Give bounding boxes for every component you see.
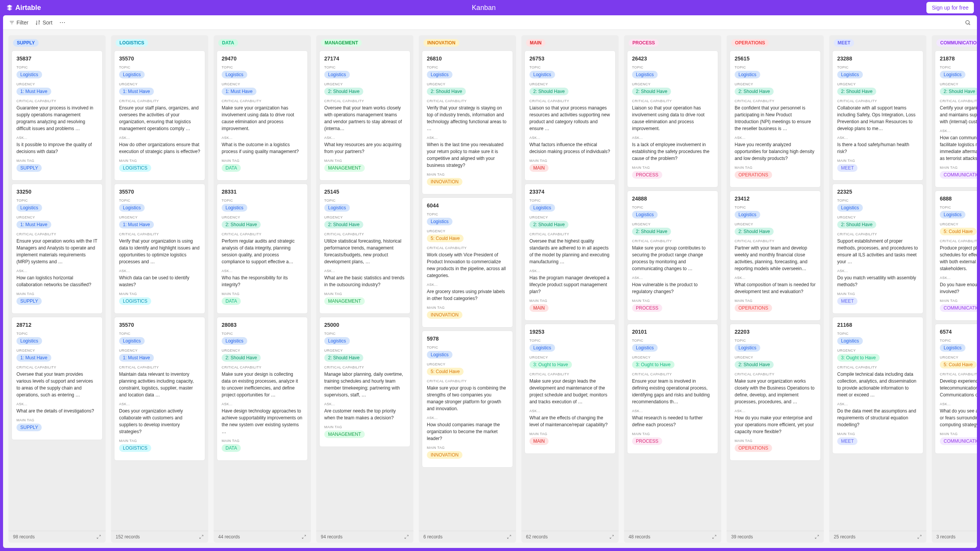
column-footer: 48 records (624, 531, 721, 543)
card[interactable]: 23288TOPICLogisticsURGENCY2: Should Have… (832, 51, 923, 181)
urgency-label: URGENCY (324, 215, 405, 219)
card[interactable]: 25000TOPICLogisticsURGENCY2: Should Have… (319, 317, 410, 447)
card[interactable]: 25145TOPICLogisticsURGENCY2: Should Have… (319, 184, 410, 314)
card[interactable]: 35837TOPICLogisticsURGENCY1: Must HaveCR… (11, 51, 103, 181)
topic-pill: Logistics (427, 218, 452, 225)
expand-icon[interactable] (302, 535, 306, 539)
expand-icon[interactable] (712, 535, 717, 539)
column-label[interactable]: MANAGEMENT (321, 39, 362, 47)
column-body[interactable]: 26810TOPICLogisticsURGENCY2: Should Have… (419, 51, 516, 531)
topic-pill: Logistics (529, 204, 555, 212)
sort-button[interactable]: Sort (35, 20, 52, 26)
critical-text: Make sure your organization has involvem… (222, 104, 303, 132)
filter-label: Filter (16, 20, 28, 26)
card[interactable]: 21168TOPICLogisticsURGENCY3: Ought to Ha… (832, 317, 923, 454)
maintag-label: MAIN TAG (632, 299, 713, 303)
expand-icon[interactable] (404, 535, 409, 539)
column-body[interactable]: 27174TOPICLogisticsURGENCY2: Should Have… (316, 51, 413, 531)
card[interactable]: 29470TOPICLogisticsURGENCY1: Must HaveCR… (217, 51, 308, 181)
search-icon[interactable] (965, 20, 971, 26)
urgency-label: URGENCY (837, 349, 918, 352)
more-button[interactable]: ⋯ (59, 19, 65, 26)
critical-label: CRITICAL CAPABILITY (940, 239, 977, 243)
card[interactable]: 28331TOPICLogisticsURGENCY2: Should Have… (217, 184, 308, 314)
topic-label: TOPIC (222, 65, 303, 69)
maintag-label: MAIN TAG (222, 292, 303, 296)
card[interactable]: 35570TOPICLogisticsURGENCY1: Must HaveCR… (114, 317, 205, 461)
critical-label: CRITICAL CAPABILITY (427, 99, 508, 103)
critical-text: Make sure your design leads the developm… (529, 378, 611, 405)
card[interactable]: 24888TOPICLogisticsURGENCY2: Should Have… (627, 191, 718, 321)
urgency-pill: 3: Ought to Have (632, 361, 675, 368)
column-body[interactable]: 23288TOPICLogisticsURGENCY2: Should Have… (829, 51, 926, 531)
card[interactable]: 6044TOPICLogisticsURGENCY5: Could HaveCR… (422, 197, 513, 328)
critical-label: CRITICAL CAPABILITY (632, 239, 713, 243)
logo[interactable]: Airtable (6, 4, 41, 12)
card[interactable]: 23412TOPICLogisticsURGENCY2: Should Have… (730, 191, 821, 321)
expand-icon[interactable] (917, 535, 922, 539)
card[interactable]: 35570TOPICLogisticsURGENCY1: Must HaveCR… (114, 51, 205, 181)
urgency-pill: 2: Should Have (632, 88, 671, 95)
brand-text: Airtable (15, 4, 41, 12)
card[interactable]: 23374TOPICLogisticsURGENCY2: Should Have… (524, 184, 616, 321)
expand-icon[interactable] (815, 535, 819, 539)
column-label[interactable]: LOGISTICS (116, 39, 148, 47)
ask-text: How vulnerable is the product to regulat… (632, 281, 713, 295)
column-body[interactable]: 25615TOPICLogisticsURGENCY2: Should Have… (727, 51, 824, 531)
card[interactable]: 26753TOPICLogisticsURGENCY2: Should Have… (524, 51, 616, 181)
column-body[interactable]: 26423TOPICLogisticsURGENCY2: Should Have… (624, 51, 721, 531)
ask-label: ASK... (119, 136, 200, 140)
filter-button[interactable]: Filter (9, 20, 28, 26)
column-label[interactable]: PROCESS (629, 39, 659, 47)
topic-label: TOPIC (222, 199, 303, 202)
column-body[interactable]: 35570TOPICLogisticsURGENCY1: Must HaveCR… (111, 51, 208, 531)
card[interactable]: 25615TOPICLogisticsURGENCY2: Should Have… (730, 51, 821, 187)
column-label[interactable]: DATA (218, 39, 238, 47)
card[interactable]: 28712TOPICLogisticsURGENCY1: Must HaveCR… (11, 317, 103, 440)
column-label[interactable]: MAIN (526, 39, 546, 47)
column-label[interactable]: COMMUNICATION (936, 39, 977, 47)
column-label[interactable]: SUPPLY (13, 39, 39, 47)
expand-icon[interactable] (609, 535, 614, 539)
expand-icon[interactable] (199, 535, 204, 539)
critical-label: CRITICAL CAPABILITY (222, 232, 303, 236)
card[interactable]: 35570TOPICLogisticsURGENCY1: Must HaveCR… (114, 184, 205, 314)
expand-icon[interactable] (96, 535, 101, 539)
card[interactable]: 26423TOPICLogisticsURGENCY2: Should Have… (627, 51, 718, 187)
column-body[interactable]: 21878TOPICLogisticsURGENCY2: Should Have… (932, 51, 977, 531)
maintag-label: MAIN TAG (735, 299, 816, 303)
card[interactable]: 27174TOPICLogisticsURGENCY2: Should Have… (319, 51, 410, 181)
ask-text: What do you see as the main concerns or … (940, 408, 977, 428)
critical-text: Develop experience working in a telecomm… (940, 378, 977, 398)
critical-label: CRITICAL CAPABILITY (16, 365, 98, 369)
maintag-label: MAIN TAG (837, 159, 918, 163)
ask-text: Are customer needs the top priority when… (324, 408, 405, 421)
card[interactable]: 20101TOPICLogisticsURGENCY3: Ought to Ha… (627, 324, 718, 454)
card-id: 20101 (632, 329, 713, 335)
column-body[interactable]: 35837TOPICLogisticsURGENCY1: Must HaveCR… (8, 51, 106, 531)
column-label[interactable]: INNOVATION (423, 39, 459, 47)
card[interactable]: 28083TOPICLogisticsURGENCY2: Should Have… (217, 317, 308, 461)
critical-label: CRITICAL CAPABILITY (222, 365, 303, 369)
column-body[interactable]: 29470TOPICLogisticsURGENCY1: Must HaveCR… (214, 51, 311, 531)
topic-pill: Logistics (119, 71, 145, 78)
column-body[interactable]: 26753TOPICLogisticsURGENCY2: Should Have… (521, 51, 619, 531)
card[interactable]: 6888TOPICLogisticsURGENCY5: Could HaveCR… (935, 191, 977, 321)
expand-icon[interactable] (507, 535, 511, 539)
card[interactable]: 22325TOPICLogisticsURGENCY2: Should Have… (832, 184, 923, 314)
ask-text: Have design technology approaches to ach… (222, 408, 303, 435)
signup-button[interactable]: Sign up for free (926, 2, 974, 13)
card[interactable]: 6574TOPICLogisticsURGENCY5: Could HaveCR… (935, 324, 977, 454)
column-label[interactable]: OPERATIONS (731, 39, 769, 47)
maintag-label: MAIN TAG (427, 306, 508, 310)
column-label[interactable]: MEET (834, 39, 854, 47)
card[interactable]: 22203TOPICLogisticsURGENCY2: Should Have… (730, 324, 821, 461)
card[interactable]: 19253TOPICLogisticsURGENCY3: Ought to Ha… (524, 324, 616, 454)
card[interactable]: 26810TOPICLogisticsURGENCY2: Should Have… (422, 51, 513, 194)
card[interactable]: 21878TOPICLogisticsURGENCY2: Should Have… (935, 51, 977, 187)
card[interactable]: 33250TOPICLogisticsURGENCY1: Must HaveCR… (11, 184, 103, 314)
topic-pill: Logistics (16, 204, 42, 212)
card[interactable]: 5978TOPICLogisticsURGENCY5: Could HaveCR… (422, 331, 513, 468)
maintag-label: MAIN TAG (529, 159, 611, 163)
kanban-board[interactable]: SUPPLY35837TOPICLogisticsURGENCY1: Must … (3, 30, 977, 548)
